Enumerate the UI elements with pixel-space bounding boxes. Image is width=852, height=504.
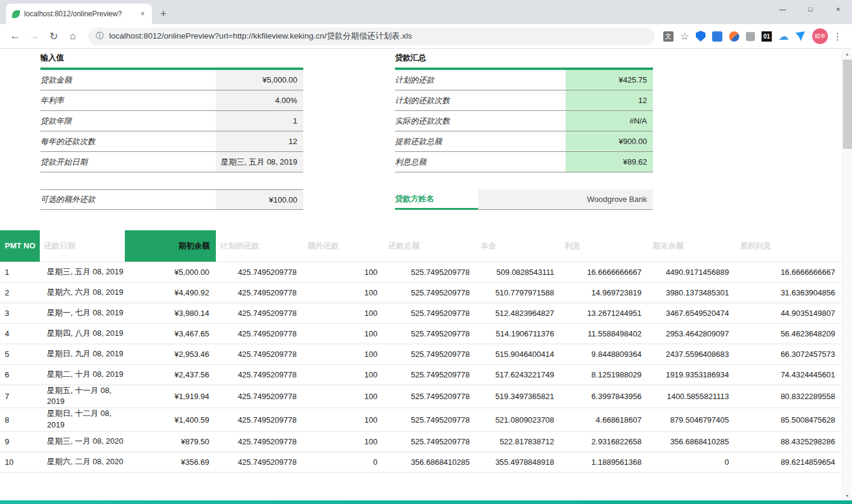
amort-cell: 10 [0,452,40,472]
amort-cell: 525.7495209778 [384,344,476,364]
cell-value: #N/A [566,111,653,131]
lender-label: 贷款方姓名 [395,189,478,210]
amort-cell: 13.2671244951 [561,303,648,323]
sheet-row: 实际的还款次数#N/A [395,111,653,131]
amort-cell: 16.6666666667 [736,262,842,282]
amort-cell: ¥3,467.65 [125,323,216,344]
amort-cell: 星期五, 十一月 08, 2019 [40,385,125,408]
address-bar[interactable]: ⓘ localhost:8012/onlinePreview?url=http:… [88,28,655,45]
tab-close-icon[interactable]: × [139,10,146,18]
gray-extension-icon[interactable] [746,32,755,41]
amort-cell: 525.7495209778 [384,303,476,323]
amort-cell: 1 [0,262,40,282]
scroll-up-icon[interactable]: ▲ [842,49,852,58]
sheet-row: 计划的还款¥425.75 [395,70,653,90]
amort-cell: 星期日, 九月 08, 2019 [40,344,125,364]
close-button[interactable]: × [824,0,852,18]
amort-cell: 31.6363904856 [736,282,842,303]
input-section: 输入值 贷款金额¥5,000.00年利率4.00%贷款年限1每年的还款次数12贷… [40,52,303,172]
amortization-table: PMT NO还款日期期初余额计划的还款额外还款还款总额本金利息期末余额累积利息 … [0,230,842,473]
amort-cell: 0 [303,452,384,472]
scroll-down-icon[interactable]: ▼ [842,491,852,500]
blue-extension-icon[interactable] [712,31,722,42]
amort-col-header-1: 还款日期 [40,230,125,262]
round-extension-icon[interactable] [729,31,739,42]
summary-rows: 计划的还款¥425.75计划的还款次数12实际的还款次数#N/A提前还款总额¥9… [395,70,653,172]
bird-extension-icon[interactable] [795,31,805,41]
cell-value: ¥425.75 [566,70,653,90]
summary-section-title: 贷款汇总 [395,52,653,63]
cell-label: 每年的还款次数 [40,131,216,151]
amort-cell: 100 [303,262,384,282]
sheet-row: 利息总额¥89.62 [395,152,653,172]
refresh-button[interactable]: ↻ [45,27,63,45]
cloud-extension-icon[interactable]: ☁ [778,30,789,43]
cell-label: 可选的额外还款 [40,190,216,209]
cell-label: 利息总额 [395,152,566,172]
new-tab-button[interactable]: + [154,5,172,23]
amort-cell: 4.668618607 [561,408,648,432]
home-button[interactable]: ⌂ [64,27,82,45]
window-controls: — □ × [769,0,852,18]
amort-cell: 9 [0,431,40,452]
scrollbar-thumb[interactable] [843,60,852,149]
vertical-scrollbar[interactable]: ▲ ▼ [842,49,852,500]
input-section-title: 输入值 [40,52,303,63]
amort-cell: 525.7495209778 [384,431,476,452]
amort-cell: 522.817838712 [476,431,561,452]
amort-cell: 525.7495209778 [384,385,476,408]
amort-cell: 100 [303,282,384,303]
cell-value: 星期三, 五月 08, 2019 [216,152,303,172]
back-button[interactable]: ← [6,27,24,45]
page-content: 输入值 贷款金额¥5,000.00年利率4.00%贷款年限1每年的还款次数12贷… [0,49,852,504]
browser-window: localhost:8012/onlinePreview? × + — □ × … [0,0,852,504]
amort-cell: 525.7495209778 [384,323,476,344]
browser-tab[interactable]: localhost:8012/onlinePreview? × [6,4,152,24]
badge-extension-icon[interactable]: 01 [762,31,772,42]
amort-cell: 356.6868410285 [648,431,736,452]
amort-header-row: PMT NO还款日期期初余额计划的还款额外还款还款总额本金利息期末余额累积利息 [0,230,842,262]
amort-cell: ¥356.69 [125,452,216,472]
cell-value: ¥100.00 [216,190,303,209]
profile-avatar[interactable]: 精华 [812,28,828,44]
amort-cell: 8 [0,408,40,432]
minimize-button[interactable]: — [769,0,797,18]
forward-button[interactable]: → [25,27,43,45]
amort-cell: ¥879.50 [125,431,216,452]
amort-row: 2星期六, 六月 08, 2019¥4,490.92425.7495209778… [0,282,842,303]
amort-cell: 3 [0,303,40,323]
amort-cell: 1400.5855821113 [648,385,736,408]
maximize-button[interactable]: □ [797,0,824,18]
amort-cell: 425.7495209778 [216,385,303,408]
amort-cell: 16.6666666667 [561,262,648,282]
sheet-row: 提前还款总额¥900.00 [395,131,653,152]
summary-section: 贷款汇总 计划的还款¥425.75计划的还款次数12实际的还款次数#N/A提前还… [395,52,653,172]
bookmark-star-icon[interactable]: ☆ [680,30,689,43]
amort-cell: 879.5046797405 [648,408,736,432]
cell-value: 4.00% [216,90,303,110]
window-titlebar: localhost:8012/onlinePreview? × + — □ × [0,0,852,24]
amort-cell: 425.7495209778 [216,262,303,282]
page-info-icon[interactable]: ⓘ [96,31,104,42]
amort-cell: 2.9316822658 [561,431,648,452]
amort-cell: 515.9046400414 [476,344,561,364]
google-translate-icon[interactable]: 文 [663,31,674,42]
amort-col-header-8: 期末余额 [648,230,736,262]
amort-cell: 星期六, 二月 08, 2020 [40,452,125,472]
amort-row: 4星期四, 八月 08, 2019¥3,467.65425.7495209778… [0,323,842,344]
amort-cell: 100 [303,385,384,408]
kkfileview-leaf-favicon [12,10,20,18]
amort-row: 5星期日, 九月 08, 2019¥2,953.46425.7495209778… [0,344,842,364]
amort-cell: 425.7495209778 [216,323,303,344]
amort-cell: 44.9035149807 [736,303,842,323]
amort-cell: 100 [303,364,384,385]
cell-value: ¥89.62 [566,152,653,172]
amort-cell: 80.8322289558 [736,385,842,408]
shield-extension-icon[interactable] [696,31,705,42]
amort-cell: 星期三, 五月 08, 2019 [40,262,125,282]
browser-menu-icon[interactable]: ⋮ [829,31,846,42]
amort-col-header-3: 计划的还款 [216,230,303,262]
cell-value: 1 [216,111,303,131]
amort-cell: 425.7495209778 [216,408,303,432]
amort-cell: 100 [303,431,384,452]
